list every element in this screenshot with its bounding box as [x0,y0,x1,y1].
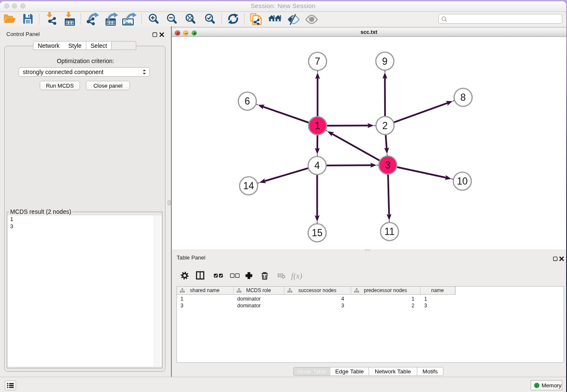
svg-text:10: 10 [457,176,468,187]
svg-text:8: 8 [460,92,466,103]
svg-text:f(x): f(x) [291,271,302,281]
svg-text:7: 7 [315,56,320,67]
svg-text:3: 3 [385,160,391,171]
svg-text:1: 1 [315,120,320,131]
svg-text:15: 15 [311,227,322,238]
svg-text:9: 9 [382,56,388,67]
svg-text:2: 2 [382,120,388,131]
svg-text:11: 11 [384,226,394,237]
svg-text:4: 4 [314,160,320,171]
svg-text:14: 14 [243,180,254,191]
svg-text:6: 6 [245,96,250,107]
